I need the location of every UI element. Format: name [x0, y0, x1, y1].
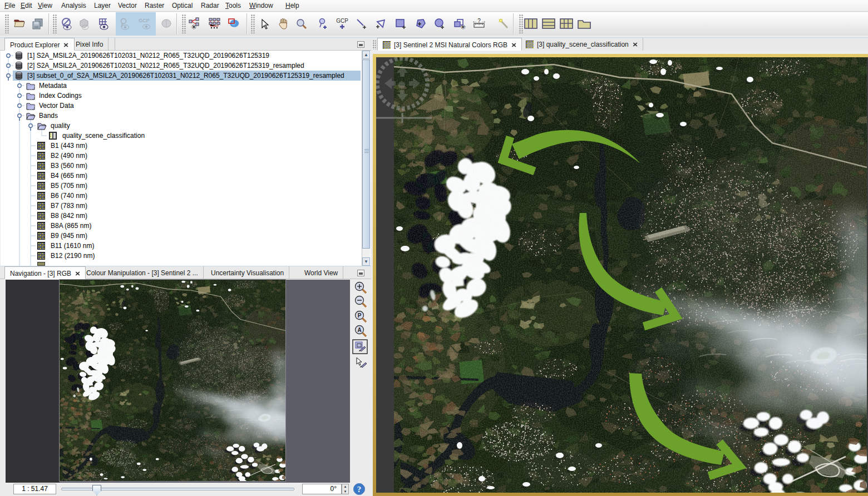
- svg-text:GCP: GCP: [336, 18, 348, 24]
- svg-text:←?→: ←?→: [472, 18, 486, 24]
- svg-text:GCP: GCP: [139, 18, 150, 23]
- svg-text:?: ?: [357, 485, 362, 494]
- svg-text:A: A: [357, 327, 361, 333]
- svg-text:✳: ✳: [191, 23, 197, 31]
- svg-text:P: P: [358, 313, 362, 319]
- svg-text:✳: ✳: [460, 23, 466, 31]
